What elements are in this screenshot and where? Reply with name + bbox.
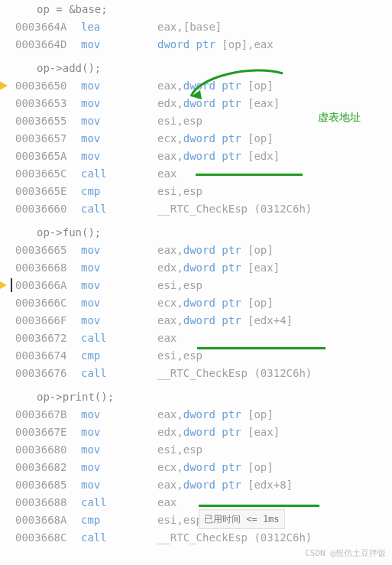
- address: 0003667B: [14, 406, 81, 423]
- mnemonic: mov: [81, 36, 157, 53]
- operands: __RTC_CheckEsp (0312C6h): [157, 529, 392, 546]
- perf-hint-tooltip: 已用时间 <= 1ms: [199, 509, 285, 529]
- mnemonic: mov: [81, 259, 157, 276]
- address: 0003664D: [14, 36, 81, 53]
- mnemonic: mov: [81, 242, 157, 258]
- disassembly-view: op = &base;0003664Aleaeax,[base]0003664D…: [0, 0, 392, 546]
- operands: eax: [157, 494, 392, 511]
- mnemonic: mov: [81, 424, 157, 440]
- asm-line[interactable]: 00036672calleax: [0, 329, 392, 346]
- gutter: [0, 77, 14, 94]
- operands: esi,esp: [157, 183, 392, 200]
- operands: edx,dword ptr [eax]: [157, 259, 392, 276]
- asm-line[interactable]: 00036668movedx,dword ptr [eax]: [0, 258, 392, 276]
- address: 0003666F: [14, 312, 81, 329]
- operands: ecx,dword ptr [op]: [157, 459, 392, 476]
- asm-line[interactable]: 00036665moveax,dword ptr [op]: [0, 241, 392, 258]
- operands: ecx,dword ptr [op]: [157, 294, 392, 311]
- asm-line[interactable]: 0003668Ccall__RTC_CheckEsp (0312C6h): [0, 528, 392, 546]
- address: 00036682: [14, 459, 81, 476]
- next-instruction-icon: [0, 281, 7, 289]
- address: 0003668A: [14, 511, 81, 528]
- mnemonic: cmp: [81, 511, 157, 528]
- underline-2: [197, 347, 326, 349]
- source-text: op->print();: [37, 388, 114, 405]
- gutter: [0, 365, 14, 382]
- asm-line[interactable]: 0003667Bmoveax,dword ptr [op]: [0, 405, 392, 423]
- gutter: [0, 165, 14, 182]
- mnemonic: mov: [81, 148, 157, 164]
- operands: esi,esp: [157, 277, 392, 294]
- mnemonic: call: [81, 529, 157, 546]
- address: 00036657: [14, 130, 81, 147]
- asm-line[interactable]: 00036657movecx,dword ptr [op]: [0, 129, 392, 147]
- asm-line[interactable]: 00036682movecx,dword ptr [op]: [0, 458, 392, 476]
- asm-line[interactable]: 00036650moveax,dword ptr [op]: [0, 76, 392, 94]
- address: 00036680: [14, 441, 81, 458]
- gutter: [0, 441, 14, 458]
- address: 0003666C: [14, 294, 81, 311]
- gutter: [0, 277, 14, 294]
- gutter: [0, 494, 14, 511]
- mnemonic: call: [81, 200, 157, 217]
- address: 00036665: [14, 242, 81, 258]
- asm-line[interactable]: 00036676call__RTC_CheckEsp (0312C6h): [0, 364, 392, 382]
- gutter: [0, 330, 14, 346]
- asm-line[interactable]: 0003664Aleaeax,[base]: [0, 18, 392, 35]
- gutter: [0, 36, 14, 53]
- code-block: op->print();0003667Bmoveax,dword ptr [op…: [0, 388, 392, 546]
- asm-line[interactable]: 0003665Amoveax,dword ptr [edx]: [0, 147, 392, 164]
- asm-line[interactable]: 0003664Dmovdword ptr [op],eax: [0, 35, 392, 53]
- gutter: [0, 294, 14, 311]
- mnemonic: mov: [81, 95, 157, 112]
- operands: eax,dword ptr [op]: [157, 242, 392, 258]
- address: 00036668: [14, 259, 81, 276]
- operands: edx,dword ptr [eax]: [157, 424, 392, 440]
- address: 00036676: [14, 365, 81, 382]
- operands: eax,dword ptr [edx+4]: [157, 312, 392, 329]
- asm-line[interactable]: 00036688calleax: [0, 493, 392, 511]
- operands: esi,esp: [157, 347, 392, 364]
- gutter: [0, 183, 14, 200]
- gutter: [0, 424, 14, 440]
- address: 00036660: [14, 200, 81, 217]
- current-instruction-icon: [0, 80, 8, 91]
- source-line: op->add();: [0, 59, 392, 76]
- address: 0003665E: [14, 183, 81, 200]
- asm-line[interactable]: 00036680movesi,esp: [0, 440, 392, 458]
- mnemonic: mov: [81, 130, 157, 147]
- mnemonic: mov: [81, 294, 157, 311]
- operands: eax: [157, 330, 392, 346]
- text-cursor: [11, 278, 12, 292]
- gutter: [0, 459, 14, 476]
- operands: eax,[base]: [157, 18, 392, 35]
- gutter: [0, 511, 14, 528]
- mnemonic: cmp: [81, 183, 157, 200]
- mnemonic: cmp: [81, 347, 157, 364]
- underline-3: [199, 505, 319, 507]
- asm-line[interactable]: 0003666Cmovecx,dword ptr [op]: [0, 294, 392, 311]
- source-text: op = &base;: [37, 1, 108, 18]
- operands: __RTC_CheckEsp (0312C6h): [157, 365, 392, 382]
- address: 00036674: [14, 347, 81, 364]
- address: 0003667E: [14, 424, 81, 440]
- asm-line[interactable]: 00036660call__RTC_CheckEsp (0312C6h): [0, 200, 392, 217]
- asm-line[interactable]: 0003667Emovedx,dword ptr [eax]: [0, 423, 392, 440]
- source-line: op->print();: [0, 388, 392, 405]
- source-line: op = &base;: [0, 0, 392, 18]
- mnemonic: lea: [81, 18, 157, 35]
- asm-line[interactable]: 0003665Ecmpesi,esp: [0, 182, 392, 200]
- gutter: [0, 242, 14, 258]
- gutter: [0, 112, 14, 129]
- gutter: [0, 529, 14, 546]
- address: 0003665A: [14, 148, 81, 164]
- mnemonic: mov: [81, 312, 157, 329]
- mnemonic: mov: [81, 459, 157, 476]
- asm-line[interactable]: 0003666Fmoveax,dword ptr [edx+4]: [0, 311, 392, 329]
- operands: eax,dword ptr [edx]: [157, 148, 392, 164]
- gutter: [0, 148, 14, 164]
- asm-line[interactable]: 0003668Acmpesi,esp: [0, 511, 392, 528]
- asm-line[interactable]: 00036674cmpesi,esp: [0, 346, 392, 364]
- asm-line[interactable]: 0003666Amovesi,esp: [0, 276, 392, 294]
- asm-line[interactable]: 00036685moveax,dword ptr [edx+8]: [0, 476, 392, 493]
